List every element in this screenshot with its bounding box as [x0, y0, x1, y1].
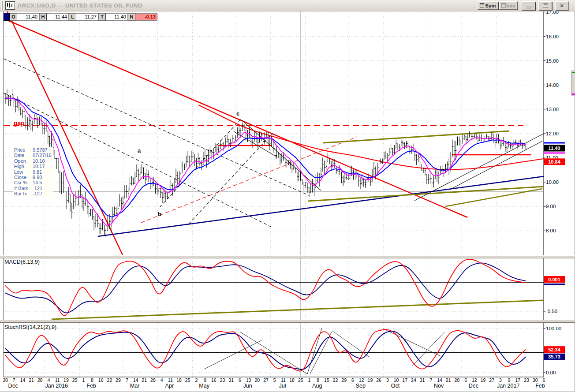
- crosshair-row-value: 07/27/16: [33, 153, 52, 158]
- x-axis-labels: 3071421284111925181622297142128411182529…: [3, 377, 545, 389]
- crosshair-row-value: -127: [33, 191, 42, 196]
- crosshair-row: Csr %14.5: [14, 180, 52, 185]
- svg-text:0.001: 0.001: [548, 277, 560, 282]
- svg-text:29: 29: [341, 377, 347, 383]
- minimize-button[interactable]: [522, 1, 535, 10]
- gap-label: gap: [14, 119, 25, 127]
- pane-divider-stochrsi[interactable]: [0, 320, 575, 323]
- svg-text:8: 8: [317, 377, 319, 383]
- svg-text:30: 30: [533, 377, 538, 383]
- svg-text:27: 27: [489, 377, 494, 383]
- svg-text:15.00: 15.00: [546, 58, 559, 63]
- svg-text:12.00: 12.00: [546, 131, 559, 136]
- svg-text:29: 29: [116, 377, 121, 383]
- svg-text:Sep: Sep: [356, 383, 366, 389]
- crosshair-row: Close9.90: [14, 175, 52, 180]
- svg-text:11: 11: [55, 377, 60, 383]
- svg-text:12: 12: [359, 377, 364, 383]
- svg-text:26: 26: [376, 377, 381, 383]
- crosshair-row-value: 9.5787: [33, 147, 48, 153]
- svg-text:13: 13: [246, 377, 251, 383]
- svg-text:Jun: Jun: [243, 383, 252, 389]
- crosshair-row: Date07/27/16: [14, 153, 52, 158]
- svg-text:19: 19: [481, 377, 486, 383]
- svg-text:17: 17: [515, 377, 520, 383]
- close-button[interactable]: ×: [555, 1, 569, 10]
- svg-text:0.00: 0.00: [546, 370, 556, 375]
- svg-text:20: 20: [254, 377, 260, 383]
- quote-field-value-T: 11.40: [106, 13, 128, 21]
- quote-field-label-N: N: [128, 13, 135, 21]
- sym-button-label: Sym: [485, 3, 496, 8]
- svg-text:28: 28: [150, 377, 156, 383]
- quote-field-value-N: -0.13: [135, 13, 157, 21]
- quote-field-label-T: T: [98, 13, 106, 21]
- intv-button-label: Intv: [507, 3, 515, 8]
- svg-text:31: 31: [420, 377, 425, 383]
- svg-text:19: 19: [63, 377, 69, 383]
- ma-slow-blue: [5, 98, 526, 217]
- wave-a-label: a: [138, 147, 141, 154]
- crosshair-row-value: 9.81: [33, 169, 42, 175]
- svg-text:25: 25: [185, 377, 190, 383]
- svg-text:19: 19: [368, 377, 373, 383]
- svg-text:7: 7: [13, 377, 15, 383]
- svg-text:Feb: Feb: [535, 383, 545, 389]
- svg-text:18: 18: [289, 377, 295, 383]
- svg-text:6: 6: [239, 377, 241, 383]
- crosshair-row: Bar Ix-127: [14, 191, 52, 196]
- svg-text:52.34: 52.34: [548, 347, 560, 352]
- app-window: 17.0016.0015.0014.0013.0012.0011.0010.00…: [0, 0, 575, 392]
- svg-text:21: 21: [142, 377, 147, 383]
- svg-text:15: 15: [324, 377, 329, 383]
- maximize-icon: [543, 3, 548, 8]
- svg-text:22: 22: [107, 377, 112, 383]
- crosshair-row-label: # Bars: [14, 186, 33, 191]
- svg-text:35.73: 35.73: [548, 354, 560, 359]
- price-annotations: [4, 11, 544, 255]
- crosshair-row-label: Close: [14, 175, 33, 180]
- quote-field-label-L: L: [69, 13, 76, 21]
- svg-text:10.00: 10.00: [546, 179, 559, 185]
- maximize-button[interactable]: [538, 1, 552, 10]
- crosshair-row-value: 10.17: [33, 164, 45, 169]
- wave-b-label: b: [158, 211, 161, 217]
- svg-text:3: 3: [499, 377, 502, 383]
- svg-text:11: 11: [168, 377, 173, 383]
- svg-text:1: 1: [82, 377, 85, 383]
- svg-text:16: 16: [211, 377, 217, 383]
- stochrsi-k-line: [5, 329, 526, 371]
- svg-text:9: 9: [204, 377, 206, 383]
- svg-text:Jan 2017: Jan 2017: [497, 383, 519, 389]
- svg-text:Aug: Aug: [312, 383, 322, 389]
- macd-panel-label: MACD(6,13,9): [4, 259, 40, 265]
- title-bar[interactable]: ARCX:USO,D — UNITED STATES OIL FUND Sym …: [0, 0, 575, 11]
- chart-canvas[interactable]: 17.0016.0015.0014.0013.0012.0011.0010.00…: [0, 0, 575, 392]
- crosshair-row-value: 14.5: [33, 180, 42, 185]
- svg-text:6: 6: [351, 377, 354, 383]
- svg-text:Dec: Dec: [8, 383, 18, 389]
- quote-field-value-H: 11.44: [47, 13, 69, 21]
- svg-text:21: 21: [446, 377, 451, 383]
- svg-text:7: 7: [126, 377, 128, 383]
- svg-text:8.00: 8.00: [546, 228, 556, 233]
- svg-text:3: 3: [386, 377, 389, 383]
- svg-text:1: 1: [308, 377, 311, 383]
- close-icon: ×: [560, 4, 564, 8]
- svg-text:10.84: 10.84: [548, 159, 560, 164]
- svg-text:4: 4: [161, 377, 163, 383]
- pane-divider-macd[interactable]: [0, 255, 575, 258]
- svg-text:Nov: Nov: [434, 383, 444, 389]
- sym-icon: [480, 3, 484, 8]
- svg-text:4: 4: [48, 377, 50, 383]
- intv-button[interactable]: Intv: [499, 1, 518, 10]
- svg-text:Jan 2016: Jan 2016: [45, 383, 68, 389]
- slider-magenta-tick: [572, 93, 575, 95]
- scale-slider[interactable]: [571, 71, 575, 96]
- svg-text:31: 31: [228, 377, 234, 383]
- svg-text:28: 28: [37, 377, 43, 383]
- svg-text:Apr: Apr: [165, 383, 174, 389]
- svg-text:2: 2: [195, 377, 198, 383]
- svg-text:Jul: Jul: [279, 383, 286, 389]
- sym-button[interactable]: Sym: [478, 1, 498, 10]
